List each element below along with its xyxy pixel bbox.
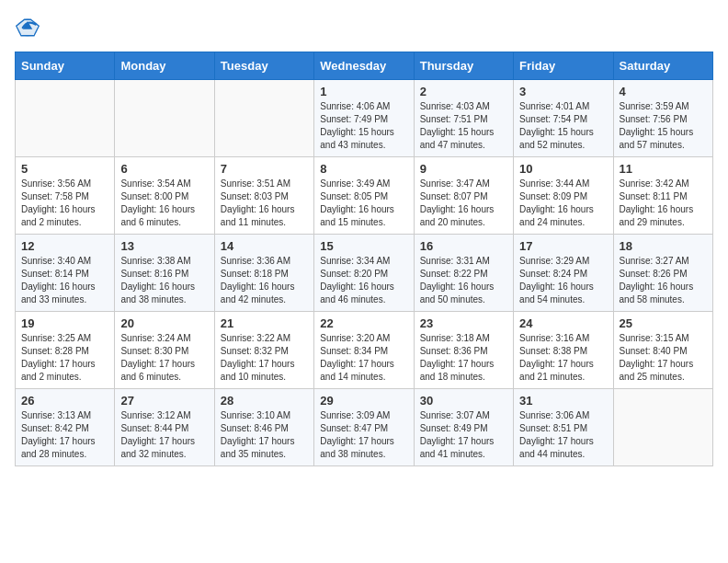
day-info: Sunrise: 3:15 AM Sunset: 8:40 PM Dayligh…	[620, 332, 707, 384]
day-number: 13	[120, 239, 208, 253]
day-number: 14	[221, 239, 308, 253]
day-cell: 31Sunrise: 3:06 AM Sunset: 8:51 PM Dayli…	[514, 389, 613, 466]
day-cell: 5Sunrise: 3:56 AM Sunset: 7:58 PM Daylig…	[16, 157, 115, 235]
day-cell: 12Sunrise: 3:40 AM Sunset: 8:14 PM Dayli…	[16, 235, 115, 312]
day-info: Sunrise: 3:20 AM Sunset: 8:34 PM Dayligh…	[320, 332, 407, 384]
day-cell: 18Sunrise: 3:27 AM Sunset: 8:26 PM Dayli…	[613, 235, 712, 312]
day-cell: 24Sunrise: 3:16 AM Sunset: 8:38 PM Dayli…	[514, 312, 613, 389]
day-number: 15	[320, 239, 407, 253]
day-info: Sunrise: 3:59 AM Sunset: 7:56 PM Dayligh…	[620, 100, 707, 152]
week-row-5: 26Sunrise: 3:13 AM Sunset: 8:42 PM Dayli…	[16, 389, 713, 466]
logo-icon	[15, 15, 40, 40]
day-info: Sunrise: 4:06 AM Sunset: 7:49 PM Dayligh…	[320, 100, 407, 152]
day-cell: 4Sunrise: 3:59 AM Sunset: 7:56 PM Daylig…	[613, 80, 712, 157]
header-row: SundayMondayTuesdayWednesdayThursdayFrid…	[16, 52, 713, 80]
day-info: Sunrise: 3:42 AM Sunset: 8:11 PM Dayligh…	[620, 178, 707, 229]
day-cell	[214, 80, 313, 157]
page-header	[15, 15, 713, 40]
day-cell: 25Sunrise: 3:15 AM Sunset: 8:40 PM Dayli…	[613, 312, 712, 389]
week-row-1: 1Sunrise: 4:06 AM Sunset: 7:49 PM Daylig…	[16, 80, 713, 157]
day-cell	[16, 80, 115, 157]
day-number: 1	[320, 85, 407, 98]
week-row-2: 5Sunrise: 3:56 AM Sunset: 7:58 PM Daylig…	[16, 157, 713, 235]
day-cell: 13Sunrise: 3:38 AM Sunset: 8:16 PM Dayli…	[115, 235, 214, 312]
day-number: 12	[21, 239, 108, 253]
week-row-3: 12Sunrise: 3:40 AM Sunset: 8:14 PM Dayli…	[16, 235, 713, 312]
day-number: 27	[120, 394, 208, 408]
day-cell: 22Sunrise: 3:20 AM Sunset: 8:34 PM Dayli…	[314, 312, 414, 389]
day-number: 17	[519, 239, 607, 253]
day-info: Sunrise: 3:24 AM Sunset: 8:30 PM Dayligh…	[120, 332, 208, 384]
day-cell: 28Sunrise: 3:10 AM Sunset: 8:46 PM Dayli…	[214, 389, 313, 466]
day-number: 5	[21, 162, 108, 176]
day-cell: 23Sunrise: 3:18 AM Sunset: 8:36 PM Dayli…	[414, 312, 513, 389]
day-info: Sunrise: 3:47 AM Sunset: 8:07 PM Dayligh…	[420, 178, 507, 229]
day-info: Sunrise: 3:56 AM Sunset: 7:58 PM Dayligh…	[21, 178, 108, 229]
day-cell: 2Sunrise: 4:03 AM Sunset: 7:51 PM Daylig…	[414, 80, 513, 157]
day-info: Sunrise: 3:29 AM Sunset: 8:24 PM Dayligh…	[519, 255, 607, 306]
week-row-4: 19Sunrise: 3:25 AM Sunset: 8:28 PM Dayli…	[16, 312, 713, 389]
day-info: Sunrise: 3:36 AM Sunset: 8:18 PM Dayligh…	[221, 255, 308, 306]
day-number: 20	[120, 316, 208, 330]
day-cell: 10Sunrise: 3:44 AM Sunset: 8:09 PM Dayli…	[514, 157, 613, 235]
day-number: 28	[221, 394, 308, 408]
day-number: 18	[620, 239, 707, 253]
calendar-table: SundayMondayTuesdayWednesdayThursdayFrid…	[15, 52, 713, 466]
day-info: Sunrise: 3:27 AM Sunset: 8:26 PM Dayligh…	[620, 255, 707, 306]
day-cell: 30Sunrise: 3:07 AM Sunset: 8:49 PM Dayli…	[414, 389, 513, 466]
day-cell: 1Sunrise: 4:06 AM Sunset: 7:49 PM Daylig…	[314, 80, 414, 157]
day-number: 22	[320, 316, 407, 330]
day-number: 24	[519, 316, 607, 330]
day-info: Sunrise: 3:51 AM Sunset: 8:03 PM Dayligh…	[221, 178, 308, 229]
day-info: Sunrise: 3:12 AM Sunset: 8:44 PM Dayligh…	[120, 409, 208, 461]
day-number: 3	[519, 85, 607, 98]
day-cell: 26Sunrise: 3:13 AM Sunset: 8:42 PM Dayli…	[16, 389, 115, 466]
day-cell: 17Sunrise: 3:29 AM Sunset: 8:24 PM Dayli…	[514, 235, 613, 312]
day-number: 7	[221, 162, 308, 176]
header-cell-monday: Monday	[115, 52, 214, 80]
day-info: Sunrise: 4:01 AM Sunset: 7:54 PM Dayligh…	[519, 100, 607, 152]
day-cell: 11Sunrise: 3:42 AM Sunset: 8:11 PM Dayli…	[613, 157, 712, 235]
day-cell: 29Sunrise: 3:09 AM Sunset: 8:47 PM Dayli…	[314, 389, 414, 466]
day-cell: 19Sunrise: 3:25 AM Sunset: 8:28 PM Dayli…	[16, 312, 115, 389]
day-number: 21	[221, 316, 308, 330]
day-info: Sunrise: 3:40 AM Sunset: 8:14 PM Dayligh…	[21, 255, 108, 306]
calendar-header: SundayMondayTuesdayWednesdayThursdayFrid…	[16, 52, 713, 80]
day-number: 31	[519, 394, 607, 408]
day-cell: 6Sunrise: 3:54 AM Sunset: 8:00 PM Daylig…	[115, 157, 214, 235]
day-info: Sunrise: 3:54 AM Sunset: 8:00 PM Dayligh…	[120, 178, 208, 229]
day-info: Sunrise: 3:25 AM Sunset: 8:28 PM Dayligh…	[21, 332, 108, 384]
day-cell: 8Sunrise: 3:49 AM Sunset: 8:05 PM Daylig…	[314, 157, 414, 235]
day-cell: 27Sunrise: 3:12 AM Sunset: 8:44 PM Dayli…	[115, 389, 214, 466]
day-cell: 7Sunrise: 3:51 AM Sunset: 8:03 PM Daylig…	[214, 157, 313, 235]
day-cell: 9Sunrise: 3:47 AM Sunset: 8:07 PM Daylig…	[414, 157, 513, 235]
calendar-body: 1Sunrise: 4:06 AM Sunset: 7:49 PM Daylig…	[16, 80, 713, 466]
day-number: 19	[21, 316, 108, 330]
day-number: 23	[420, 316, 507, 330]
day-cell	[115, 80, 214, 157]
day-info: Sunrise: 3:44 AM Sunset: 8:09 PM Dayligh…	[519, 178, 607, 229]
day-number: 30	[420, 394, 507, 408]
day-info: Sunrise: 4:03 AM Sunset: 7:51 PM Dayligh…	[420, 100, 507, 152]
day-number: 4	[620, 85, 707, 98]
day-cell: 14Sunrise: 3:36 AM Sunset: 8:18 PM Dayli…	[214, 235, 313, 312]
day-cell: 3Sunrise: 4:01 AM Sunset: 7:54 PM Daylig…	[514, 80, 613, 157]
day-info: Sunrise: 3:31 AM Sunset: 8:22 PM Dayligh…	[420, 255, 507, 306]
day-number: 26	[21, 394, 108, 408]
header-cell-sunday: Sunday	[16, 52, 115, 80]
logo	[15, 15, 44, 40]
day-cell: 15Sunrise: 3:34 AM Sunset: 8:20 PM Dayli…	[314, 235, 414, 312]
header-cell-tuesday: Tuesday	[214, 52, 313, 80]
day-info: Sunrise: 3:34 AM Sunset: 8:20 PM Dayligh…	[320, 255, 407, 306]
day-number: 9	[420, 162, 507, 176]
day-info: Sunrise: 3:18 AM Sunset: 8:36 PM Dayligh…	[420, 332, 507, 384]
day-cell: 16Sunrise: 3:31 AM Sunset: 8:22 PM Dayli…	[414, 235, 513, 312]
day-info: Sunrise: 3:16 AM Sunset: 8:38 PM Dayligh…	[519, 332, 607, 384]
header-cell-friday: Friday	[514, 52, 613, 80]
day-number: 8	[320, 162, 407, 176]
day-number: 2	[420, 85, 507, 98]
day-cell	[613, 389, 712, 466]
day-info: Sunrise: 3:22 AM Sunset: 8:32 PM Dayligh…	[221, 332, 308, 384]
day-info: Sunrise: 3:10 AM Sunset: 8:46 PM Dayligh…	[221, 409, 308, 461]
day-info: Sunrise: 3:07 AM Sunset: 8:49 PM Dayligh…	[420, 409, 507, 461]
